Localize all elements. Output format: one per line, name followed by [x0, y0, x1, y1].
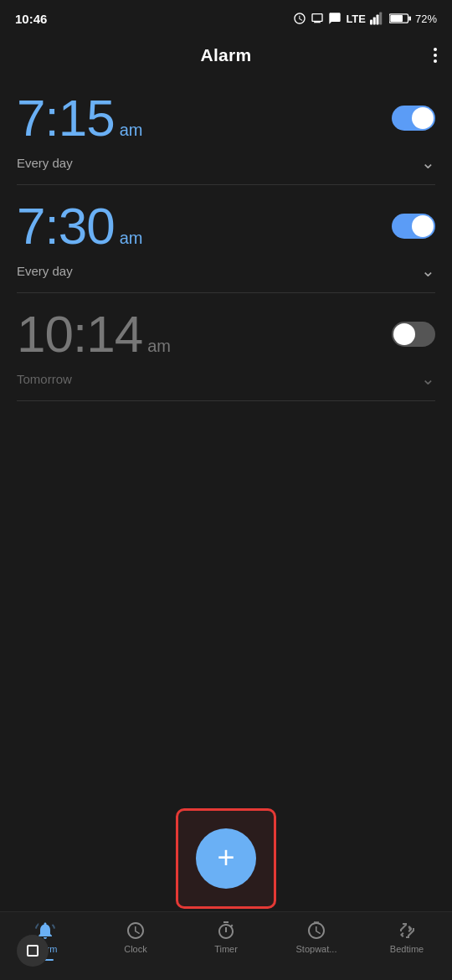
nav-item-stopwatch[interactable]: Stopwat... — [271, 919, 362, 954]
alarm-time-display-1[interactable]: 7:15 am — [17, 92, 142, 144]
svg-rect-6 — [408, 16, 411, 20]
page-title: Alarm — [200, 45, 251, 65]
alarm-status-icon — [293, 12, 306, 25]
chevron-icon-1: ⌄ — [421, 152, 435, 173]
alarm-ampm-1: am — [120, 121, 143, 140]
alarm-repeat-3: Tomorrow — [17, 372, 72, 386]
nav-label-clock: Clock — [124, 944, 147, 954]
dot-2 — [434, 54, 437, 57]
alarm-row-1: 7:15 am — [17, 92, 435, 144]
alarm-schedule-1[interactable]: Every day ⌄ — [0, 144, 452, 184]
svg-rect-0 — [370, 20, 372, 25]
alarm-time-1: 7:15 — [17, 92, 115, 144]
bottom-nav: Alarm Clock Timer Stopwat... Bedtime — [0, 911, 452, 980]
alarm-item-3: 10:14 am — [0, 293, 452, 360]
alarm-item-2: 7:30 am — [0, 185, 452, 252]
add-alarm-button[interactable]: + — [196, 828, 256, 889]
dot-3 — [434, 59, 437, 63]
alarm-repeat-2: Every day — [17, 264, 73, 278]
svg-rect-5 — [390, 15, 403, 22]
alarm-ampm-2: am — [120, 229, 143, 248]
alarm-toggle-1[interactable] — [392, 106, 435, 131]
toggle-knob-2 — [412, 215, 434, 237]
overflow-menu-button[interactable] — [434, 48, 437, 63]
dot-1 — [434, 48, 437, 51]
message-icon — [328, 12, 342, 25]
status-time: 10:46 — [15, 12, 47, 26]
nav-timer-icon — [216, 921, 236, 941]
nav-label-bedtime: Bedtime — [390, 944, 424, 954]
alarm-time-display-2[interactable]: 7:30 am — [17, 200, 142, 252]
alarm-row-2: 7:30 am — [17, 200, 435, 252]
add-icon: + — [217, 843, 234, 873]
divider-3 — [17, 400, 435, 401]
fab-container: + — [176, 808, 276, 909]
back-button[interactable] — [17, 935, 49, 967]
toggle-knob-3 — [393, 323, 415, 345]
nav-item-bedtime[interactable]: Bedtime — [362, 919, 452, 954]
alarm-row-3: 10:14 am — [17, 308, 435, 360]
svg-rect-3 — [379, 13, 382, 25]
nav-stopwatch-icon — [306, 921, 326, 941]
app-header: Alarm — [0, 34, 452, 77]
alarm-item-1: 7:15 am — [0, 77, 452, 144]
alarm-time-2: 7:30 — [17, 200, 115, 252]
alarm-schedule-2[interactable]: Every day ⌄ — [0, 252, 452, 292]
svg-rect-1 — [373, 18, 376, 25]
nav-bedtime-icon — [397, 921, 417, 941]
alarm-schedule-3[interactable]: Tomorrow ⌄ — [0, 360, 452, 400]
alarm-ampm-3: am — [147, 337, 171, 356]
nav-item-clock[interactable]: Clock — [90, 919, 181, 954]
nav-label-timer: Timer — [214, 944, 238, 954]
svg-rect-2 — [376, 15, 378, 25]
lte-label: LTE — [346, 13, 366, 25]
alarm-list: 7:15 am Every day ⌄ 7:30 am Every day ⌄ — [0, 77, 452, 401]
alarm-toggle-3[interactable] — [392, 322, 435, 347]
battery-icon — [389, 13, 411, 24]
alarm-time-3: 10:14 — [17, 308, 142, 360]
nav-item-timer[interactable]: Timer — [181, 919, 271, 954]
chevron-icon-2: ⌄ — [421, 260, 435, 281]
chevron-icon-3: ⌄ — [421, 369, 435, 389]
status-bar: 10:46 LTE 72% — [0, 0, 452, 34]
toggle-knob-1 — [412, 107, 434, 129]
alarm-time-display-3[interactable]: 10:14 am — [17, 308, 171, 360]
battery-percentage: 72% — [415, 13, 437, 25]
status-icons: LTE 72% — [293, 12, 437, 25]
signal-icon — [370, 12, 385, 25]
nav-label-stopwatch: Stopwat... — [296, 944, 337, 954]
back-icon — [27, 945, 39, 957]
alarm-repeat-1: Every day — [17, 156, 73, 170]
nav-clock-icon — [126, 921, 146, 941]
alarm-toggle-2[interactable] — [392, 214, 435, 239]
screen-icon — [311, 12, 324, 25]
